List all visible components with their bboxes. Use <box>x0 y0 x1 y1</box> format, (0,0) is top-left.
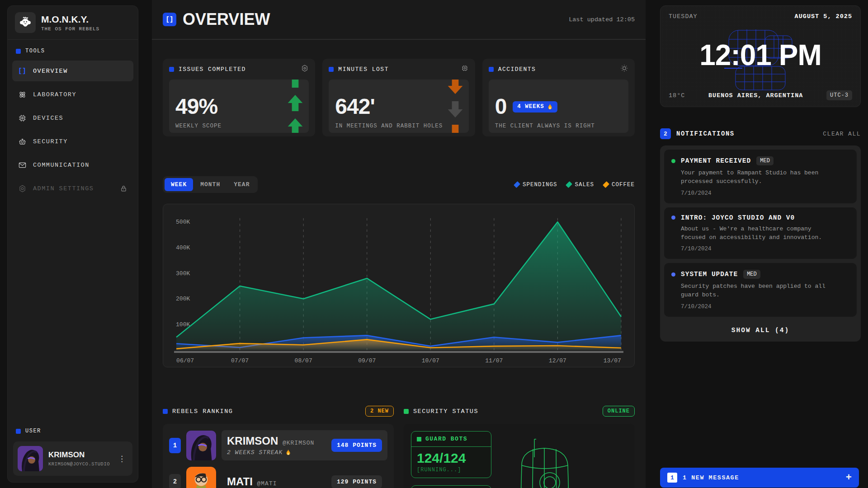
section-marker-icon <box>16 429 21 434</box>
svg-text:500K: 500K <box>176 219 190 225</box>
rank-handle: @KRIMSON <box>283 440 314 446</box>
monkey-logo-icon <box>15 12 36 33</box>
stat-card-minutes-lost: MINUTES LOST 642' IN MEETINGS AND RABBIT… <box>322 59 475 136</box>
chart-canvas: 100K200K300K400K500K06/0707/0708/0709/07… <box>170 209 628 365</box>
card-marker-icon <box>489 67 494 72</box>
legend-sales[interactable]: SALES <box>567 182 594 188</box>
sidebar-item-communication[interactable]: COMMUNICATION <box>12 155 133 175</box>
user-card[interactable]: KRIMSON KRIMSON@JOYCO.STUDIO ⋮ <box>13 441 132 476</box>
clear-all-button[interactable]: CLEAR ALL <box>823 131 861 137</box>
sidebar-item-devices[interactable]: DEVICES <box>12 108 133 128</box>
notification-payment-received[interactable]: PAYMENT RECEIVED MED Your payment to Ram… <box>664 150 857 203</box>
location: BUENOS AIRES, ARGENTINA <box>685 92 826 99</box>
robot-icon <box>18 137 27 146</box>
atom-icon <box>18 90 27 99</box>
rank-name: KRIMSON <box>227 435 278 447</box>
app-name: M.O.N.K.Y. <box>41 14 99 25</box>
page-header: [] OVERVIEW Last updated 12:05 <box>152 0 646 40</box>
tab-year[interactable]: YEAR <box>227 178 256 191</box>
svg-text:09/07: 09/07 <box>358 357 376 364</box>
trend-up-arrows-icon <box>287 80 303 133</box>
fire-icon <box>547 103 553 110</box>
sidebar-nav: [] OVERVIEW LABORATORY DEVICES <box>8 59 138 201</box>
svg-text:13/07: 13/07 <box>604 357 621 364</box>
stat-body: 0 4 WEEKS THE CLIENT ALWAYS IS RIGHT <box>489 80 628 133</box>
message-count-badge: 1 <box>667 473 677 483</box>
plus-icon[interactable]: + <box>846 472 852 483</box>
priority-badge: MED <box>743 270 760 279</box>
svg-text:12/07: 12/07 <box>549 357 566 364</box>
rank-badge: 2 <box>169 474 181 488</box>
brackets-icon: [] <box>18 67 27 75</box>
fire-icon <box>285 449 291 456</box>
legend-spendings[interactable]: SPENDINGS <box>515 182 557 188</box>
notification-intro-joyco[interactable]: INTRO: JOYCO STUDIO AND V0 About us - We… <box>664 207 857 259</box>
envelope-icon <box>18 161 27 169</box>
right-sidebar: TUESDAY AUGUST 5, 2025 12:01 PM 18°C BUE… <box>660 0 861 488</box>
stat-body: 49% WEEKLY SCOPE <box>169 80 309 133</box>
svg-text:400K: 400K <box>176 244 190 251</box>
stat-value: 642' <box>335 96 462 117</box>
stat-title: MINUTES LOST <box>338 66 389 73</box>
points-badge: 129 POINTS <box>331 475 382 488</box>
range-tabs: WEEK MONTH YEAR <box>163 176 258 193</box>
user-email: KRIMSON@JOYCO.STUDIO <box>48 461 110 467</box>
sidebar-item-security[interactable]: SECURITY <box>12 131 133 152</box>
show-all-button[interactable]: SHOW ALL (4) <box>664 321 857 338</box>
legend-coffee[interactable]: COFFEE <box>604 182 635 188</box>
sidebar-item-overview[interactable]: [] OVERVIEW <box>12 61 133 81</box>
rank-streak: 2 WEEKS STREAK <box>227 449 314 456</box>
kebab-menu-icon[interactable]: ⋮ <box>115 454 128 464</box>
stat-caption: THE CLIENT ALWAYS IS RIGHT <box>495 123 622 129</box>
notification-count-badge: 2 <box>660 128 671 139</box>
lock-icon <box>119 185 128 192</box>
points-badge: 148 POINTS <box>331 439 382 452</box>
card-marker-icon <box>169 67 174 72</box>
security-title: SECURITY STATUS <box>413 408 478 415</box>
diamond-icon <box>566 181 572 188</box>
security-terminal: GUARD BOTS 124/124 [RUNNING...] FIREWALL <box>404 424 635 488</box>
stat-value: 49% <box>175 96 302 117</box>
priority-badge: MED <box>756 156 774 165</box>
tab-week[interactable]: WEEK <box>165 178 193 191</box>
section-marker-icon <box>16 49 21 54</box>
stat-caption: IN MEETINGS AND RABBIT HOLES <box>335 123 462 129</box>
notification-body: Security patches have been applied to al… <box>681 282 835 300</box>
card-marker-icon <box>163 409 168 414</box>
new-message-bar[interactable]: 1 1 NEW MESSAGE + <box>660 468 859 488</box>
nut-icon <box>18 184 27 193</box>
status-dot-icon <box>671 272 675 277</box>
trend-down-arrows-icon <box>447 80 463 133</box>
chip-gear-icon[interactable] <box>461 64 469 74</box>
notifications-title: NOTIFICATIONS <box>676 130 735 137</box>
ranking-row-2[interactable]: 2 MATI @MATI <box>169 467 387 488</box>
guard-bots-status: [RUNNING...] <box>411 467 491 478</box>
sidebar-item-admin-settings[interactable]: ADMIN SETTINGS <box>12 178 133 199</box>
stat-title: ACCIDENTS <box>498 66 536 73</box>
clock-time: 12:01 PM <box>660 38 860 72</box>
gear-icon[interactable] <box>301 64 309 74</box>
diamond-icon <box>514 181 520 188</box>
ranking-row-1[interactable]: 1 KRIMSON @KRIMSON 2 W <box>169 430 387 460</box>
cog-icon[interactable] <box>620 64 628 74</box>
area-chart: 100K200K300K400K500K06/0707/0708/0709/07… <box>163 204 635 367</box>
avatar-krimson <box>186 431 216 460</box>
diamond-icon <box>603 181 609 188</box>
clock-widget: TUESDAY AUGUST 5, 2025 12:01 PM 18°C BUE… <box>660 5 861 107</box>
chart-legend: SPENDINGS SALES COFFEE <box>515 182 635 188</box>
card-marker-icon <box>329 67 334 72</box>
notification-system-update[interactable]: SYSTEM UPDATE MED Security patches have … <box>664 263 857 317</box>
status-dot-icon <box>671 216 675 220</box>
sidebar-item-laboratory[interactable]: LABORATORY <box>12 84 133 105</box>
stat-card-issues-completed: ISSUES COMPLETED 49% WEEKLY SCOPE <box>163 59 315 136</box>
ranking-title: REBELS RANKING <box>172 408 233 415</box>
notification-date: 7/10/2024 <box>681 246 849 252</box>
notification-date: 7/10/2024 <box>681 190 849 197</box>
tab-month[interactable]: MONTH <box>194 178 226 191</box>
streak-badge: 4 WEEKS <box>513 101 557 113</box>
temperature: 18°C <box>669 92 685 99</box>
svg-text:10/07: 10/07 <box>422 357 439 364</box>
guard-bots-box: GUARD BOTS 124/124 [RUNNING...] <box>411 431 491 478</box>
last-updated: Last updated 12:05 <box>569 16 635 23</box>
green-marker-icon <box>417 437 421 441</box>
